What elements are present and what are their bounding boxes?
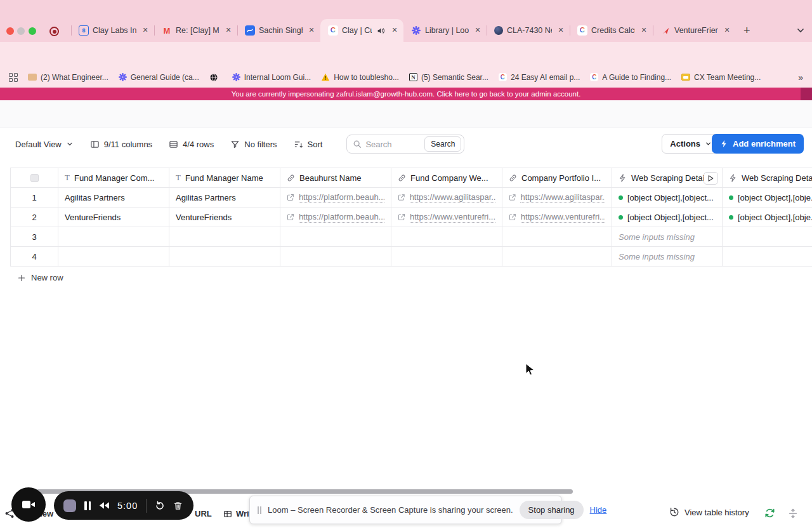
hide-banner-link[interactable]: Hide [590,505,607,515]
cell[interactable]: https://platform.beauh... [280,208,391,227]
impersonation-banner[interactable]: You are currently impersonating zafrul.i… [0,88,812,100]
cell[interactable] [723,247,812,267]
browser-tab-gmail[interactable]: M Re: [Clay] Mic × [154,19,237,42]
cell[interactable]: https://www.venturefri... [502,208,612,227]
zoom-window-button[interactable] [29,27,36,35]
delete-recording-icon[interactable] [173,501,183,511]
tab-close-icon[interactable]: × [390,25,400,36]
cell[interactable] [502,227,612,247]
row-height-adjust-icon[interactable] [788,508,798,518]
apps-grid-icon[interactable] [9,73,18,82]
cell[interactable]: [object Object],[object... [612,208,723,227]
column-header-fund-company-website[interactable]: Fund Company We... [391,168,502,188]
bookmark-guide-finding[interactable]: C A Guide to Finding... [590,73,671,82]
rows-control[interactable]: 4/4 rows [169,140,214,149]
browser-tab-sachin-singh[interactable]: Sachin Singh | × [237,19,320,42]
minimize-window-button[interactable] [17,27,25,35]
browser-tab-clay-active[interactable]: C Clay | Cust × [320,19,403,42]
sort-control[interactable]: Sort [294,140,323,149]
cell[interactable] [169,227,280,247]
tab-close-icon[interactable]: × [223,25,233,36]
cell[interactable]: https://www.agilitaspar... [391,188,502,208]
browser-tab-clay-labs[interactable]: 8 Clay Labs Inc × [71,19,154,42]
screen-recording-indicator-icon[interactable] [49,27,59,36]
tab-close-icon[interactable]: × [473,25,483,36]
cell[interactable] [723,227,812,247]
column-header-web-scraping-detail-2[interactable]: Web Scraping Detai... [723,168,812,188]
cell[interactable]: VentureFriends [169,208,280,227]
cell[interactable]: [object Object],[obje... [723,188,812,208]
bookmark-internal-loom[interactable]: Internal Loom Gui... [232,73,311,82]
view-selector[interactable]: Default View [15,140,74,149]
row-number[interactable]: 3 [11,227,58,247]
column-header-fund-manager-company[interactable]: T Fund Manager Com... [58,168,169,188]
cell[interactable]: Some inputs missing [612,227,723,247]
new-row-button[interactable]: New row [18,273,63,282]
footer-write-label[interactable]: Writ [223,509,252,518]
column-header-web-scraping-detail[interactable]: Web Scraping Detail [612,168,723,188]
cell[interactable] [502,247,612,267]
browser-tab-credits-calc[interactable]: C Credits Calcul × [570,19,653,42]
cell[interactable] [58,227,169,247]
cell[interactable] [280,227,391,247]
tab-close-icon[interactable]: × [556,25,566,36]
row-number[interactable]: 1 [11,188,58,208]
cell[interactable] [391,247,502,267]
new-tab-button[interactable]: + [743,24,750,37]
bookmark-what-engineer[interactable]: (2) What Engineer... [28,73,108,82]
tab-close-icon[interactable]: × [140,25,150,36]
bookmark-globe[interactable] [209,73,222,82]
select-all-checkbox[interactable] [30,174,39,182]
cell[interactable]: https://www.venturefri... [391,208,502,227]
footer-url-label[interactable]: URL [195,509,212,518]
cell[interactable]: Agilitas Partners [169,188,280,208]
bookmark-semantic-search[interactable]: N (5) Semantic Sear... [409,73,488,82]
cell[interactable]: https://platform.beauh... [280,188,391,208]
cell[interactable]: [object Object],[object... [612,188,723,208]
add-enrichment-button[interactable]: Add enrichment [712,134,804,154]
refresh-sync-icon[interactable] [764,508,775,518]
row-number[interactable]: 2 [11,208,58,227]
filters-control[interactable]: No filters [230,140,277,149]
close-window-button[interactable] [6,27,14,35]
tab-audio-icon[interactable] [376,25,386,36]
bookmarks-overflow-icon[interactable]: » [798,72,803,82]
row-number[interactable]: 4 [11,247,58,267]
column-header-fund-manager-name[interactable]: T Fund Manager Name [169,168,280,188]
cell[interactable]: Some inputs missing [612,247,723,267]
stop-sharing-button[interactable]: Stop sharing [520,501,584,519]
search-button[interactable]: Search [424,136,461,152]
bookmark-general-guide[interactable]: General Guide (ca... [119,73,199,82]
browser-tab-venturefriends[interactable]: VentureFriend × [653,19,736,42]
tab-close-icon[interactable]: × [722,25,732,36]
bookmark-cx-team[interactable]: CX Team Meeting... [681,73,761,82]
browser-tab-cla-7430[interactable]: CLA-7430 Ne × [487,19,570,42]
drag-handle-icon[interactable] [258,506,261,514]
search-input[interactable] [365,140,421,149]
cell[interactable] [391,227,502,247]
cell[interactable]: [object Object],[obje... [723,208,812,227]
pause-button[interactable] [84,501,91,510]
cell[interactable]: https://www.agilitaspar... [502,188,612,208]
browser-tab-loom-library[interactable]: Library | Loom × [403,19,487,42]
run-column-button[interactable] [704,172,718,185]
tab-close-icon[interactable]: × [639,25,649,36]
impersonation-text[interactable]: You are currently impersonating zafrul.i… [232,90,581,98]
rewind-icon[interactable] [99,501,109,510]
cell[interactable] [280,247,391,267]
loom-camera-bubble[interactable] [11,487,46,522]
column-header-company-portfolio[interactable]: Company Portfolio I... [502,168,612,188]
column-header-beauhurst-name[interactable]: Beauhurst Name [280,168,391,188]
stop-recording-button[interactable] [63,499,76,512]
restart-recording-icon[interactable] [155,501,165,511]
cell[interactable]: VentureFriends [58,208,169,227]
bookmark-troubleshoot[interactable]: How to toublesho... [321,73,399,82]
columns-control[interactable]: 9/11 columns [90,140,152,149]
search-box[interactable]: Search [346,135,464,154]
view-table-history[interactable]: View table history [669,507,749,517]
cell[interactable]: Agilitas Partners [58,188,169,208]
cell[interactable] [58,247,169,267]
tab-close-icon[interactable]: × [306,25,317,36]
tab-overflow-chevron-icon[interactable] [796,25,806,36]
cell[interactable] [169,247,280,267]
